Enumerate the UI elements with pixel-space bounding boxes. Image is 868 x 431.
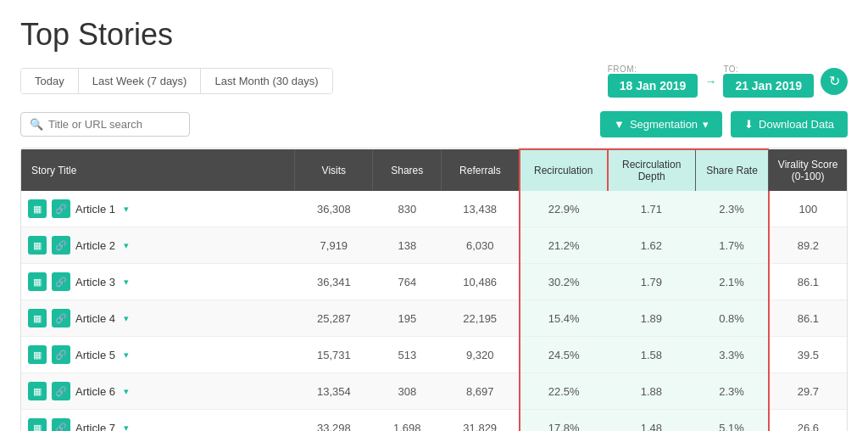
cell-recirculation: 21.2% xyxy=(520,227,608,264)
date-from-pill[interactable]: 18 Jan 2019 xyxy=(608,74,698,98)
cell-shares: 830 xyxy=(373,191,442,227)
cell-story-title: ▦ 🔗 Article 1 ▾ xyxy=(21,191,295,227)
date-to-label: TO: 21 Jan 2019 xyxy=(723,64,814,98)
expand-arrow-icon[interactable]: ▾ xyxy=(124,240,129,251)
chart-icon[interactable]: ▦ xyxy=(28,236,47,255)
cell-referrals: 8,697 xyxy=(442,373,520,410)
cell-shares: 308 xyxy=(373,373,442,410)
cell-recirculation-depth: 1.89 xyxy=(608,300,696,337)
story-name: Article 7 xyxy=(75,422,115,432)
cell-referrals: 9,320 xyxy=(442,337,520,373)
date-from-label: FROM: 18 Jan 2019 xyxy=(608,64,698,98)
segmentation-chevron: ▾ xyxy=(703,118,709,131)
link-icon[interactable]: 🔗 xyxy=(52,236,70,255)
link-icon[interactable]: 🔗 xyxy=(52,418,70,431)
table-row: ▦ 🔗 Article 3 ▾ 36,341 764 10,486 30.2% … xyxy=(21,264,847,300)
refresh-button[interactable]: ↻ xyxy=(821,68,848,95)
segmentation-button[interactable]: ▼ Segmentation ▾ xyxy=(600,111,722,137)
date-range-section: FROM: 18 Jan 2019 → TO: 21 Jan 2019 ↻ xyxy=(608,64,848,98)
cell-recirculation-depth: 1.62 xyxy=(608,227,696,264)
cell-recirculation-depth: 1.88 xyxy=(608,373,696,410)
cell-shares: 1,698 xyxy=(373,410,442,432)
cell-recirculation: 15.4% xyxy=(520,300,608,337)
data-table-wrapper: Story Title Visits Shares Referrals Reci… xyxy=(20,148,848,431)
header-recirculation-depth: Recirculation Depth xyxy=(608,149,696,191)
cell-shares: 764 xyxy=(373,264,442,300)
cell-referrals: 10,486 xyxy=(442,264,520,300)
cell-visits: 15,731 xyxy=(295,337,373,373)
today-filter-btn[interactable]: Today xyxy=(21,69,79,93)
cell-shares: 138 xyxy=(373,227,442,264)
cell-shares: 513 xyxy=(373,337,442,373)
download-data-button[interactable]: ⬇ Download Data xyxy=(731,111,848,137)
page-title: Top Stories xyxy=(20,17,848,53)
story-name: Article 4 xyxy=(75,312,115,325)
header-story-title: Story Title xyxy=(21,149,295,191)
header-virality-score: Virality Score (0-100) xyxy=(769,149,847,191)
top-controls: Today Last Week (7 days) Last Month (30 … xyxy=(20,64,848,98)
table-row: ▦ 🔗 Article 2 ▾ 7,919 138 6,030 21.2% 1.… xyxy=(21,227,847,264)
story-name: Article 5 xyxy=(75,349,115,361)
cell-visits: 13,354 xyxy=(295,373,373,410)
cell-share-rate: 2.3% xyxy=(695,373,768,410)
cell-story-title: ▦ 🔗 Article 4 ▾ xyxy=(21,300,295,337)
header-shares: Shares xyxy=(373,149,442,191)
chart-icon[interactable]: ▦ xyxy=(28,199,47,218)
table-row: ▦ 🔗 Article 4 ▾ 25,287 195 22,195 15.4% … xyxy=(21,300,847,337)
header-referrals: Referrals xyxy=(442,149,520,191)
date-filter-group: Today Last Week (7 days) Last Month (30 … xyxy=(20,68,333,94)
cell-referrals: 22,195 xyxy=(442,300,520,337)
expand-arrow-icon[interactable]: ▾ xyxy=(124,313,129,324)
link-icon[interactable]: 🔗 xyxy=(52,309,70,327)
download-label: Download Data xyxy=(759,118,834,131)
cell-story-title: ▦ 🔗 Article 3 ▾ xyxy=(21,264,295,300)
from-label-text: FROM: xyxy=(608,64,637,74)
chart-icon[interactable]: ▦ xyxy=(28,418,47,431)
story-name: Article 1 xyxy=(75,203,115,216)
cell-referrals: 13,438 xyxy=(442,191,520,227)
cell-story-title: ▦ 🔗 Article 6 ▾ xyxy=(21,373,295,410)
cell-visits: 7,919 xyxy=(295,227,373,264)
link-icon[interactable]: 🔗 xyxy=(52,199,70,218)
search-input[interactable] xyxy=(48,118,184,131)
table-row: ▦ 🔗 Article 1 ▾ 36,308 830 13,438 22.9% … xyxy=(21,191,847,227)
cell-recirculation: 22.9% xyxy=(520,191,608,227)
date-to-pill[interactable]: 21 Jan 2019 xyxy=(723,74,814,98)
cell-virality-score: 100 xyxy=(769,191,847,227)
cell-recirculation-depth: 1.48 xyxy=(608,410,696,432)
link-icon[interactable]: 🔗 xyxy=(52,382,70,400)
expand-arrow-icon[interactable]: ▾ xyxy=(124,204,129,215)
cell-virality-score: 39.5 xyxy=(769,337,847,373)
cell-recirculation-depth: 1.71 xyxy=(608,191,696,227)
search-box: 🔍 xyxy=(20,112,190,137)
expand-arrow-icon[interactable]: ▾ xyxy=(124,350,129,361)
cell-virality-score: 86.1 xyxy=(769,264,847,300)
cell-visits: 36,308 xyxy=(295,191,373,227)
search-and-actions: 🔍 ▼ Segmentation ▾ ⬇ Download Data xyxy=(20,111,848,137)
cell-share-rate: 2.3% xyxy=(695,191,768,227)
story-name: Article 6 xyxy=(75,385,115,398)
link-icon[interactable]: 🔗 xyxy=(52,345,70,364)
cell-virality-score: 86.1 xyxy=(769,300,847,337)
cell-recirculation: 17.8% xyxy=(520,410,608,432)
cell-virality-score: 89.2 xyxy=(769,227,847,264)
link-icon[interactable]: 🔗 xyxy=(52,272,70,291)
cell-share-rate: 1.7% xyxy=(695,227,768,264)
cell-virality-score: 26.6 xyxy=(769,410,847,432)
date-arrow-icon: → xyxy=(704,75,716,88)
expand-arrow-icon[interactable]: ▾ xyxy=(124,386,129,397)
header-recirculation: Recirculation xyxy=(520,149,608,191)
cell-referrals: 6,030 xyxy=(442,227,520,264)
last-week-filter-btn[interactable]: Last Week (7 days) xyxy=(79,69,202,93)
expand-arrow-icon[interactable]: ▾ xyxy=(124,423,129,432)
chart-icon[interactable]: ▦ xyxy=(28,382,47,400)
action-buttons: ▼ Segmentation ▾ ⬇ Download Data xyxy=(600,111,848,137)
last-month-filter-btn[interactable]: Last Month (30 days) xyxy=(201,69,331,93)
expand-arrow-icon[interactable]: ▾ xyxy=(124,277,129,288)
cell-share-rate: 5.1% xyxy=(695,410,768,432)
table-row: ▦ 🔗 Article 5 ▾ 15,731 513 9,320 24.5% 1… xyxy=(21,337,847,373)
chart-icon[interactable]: ▦ xyxy=(28,309,47,327)
cell-story-title: ▦ 🔗 Article 7 ▾ xyxy=(21,410,295,432)
chart-icon[interactable]: ▦ xyxy=(28,345,47,364)
chart-icon[interactable]: ▦ xyxy=(28,272,47,291)
